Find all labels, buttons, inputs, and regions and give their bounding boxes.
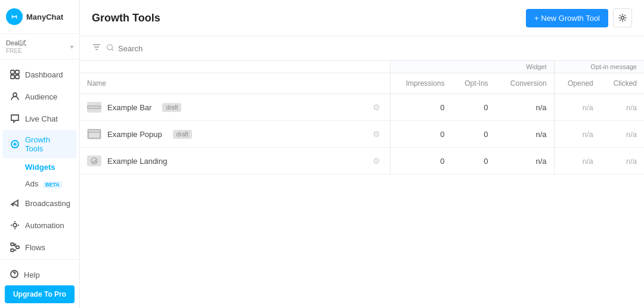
manychat-logo-icon [6, 8, 23, 25]
cell-opened-popup: n/a [554, 121, 600, 148]
live-chat-icon [10, 113, 20, 124]
svg-rect-9 [16, 246, 19, 248]
table-row: Example Landing ⚙ 0 0 n/a n/a n/a [80, 148, 644, 175]
row-settings-landing[interactable]: ⚙ [370, 154, 383, 168]
search-input-wrap [106, 43, 632, 54]
svg-rect-3 [11, 75, 14, 79]
page-title: Growth Tools [92, 12, 160, 24]
svg-point-0 [10, 12, 19, 21]
upgrade-to-pro-button[interactable]: Upgrade To Pro [5, 285, 75, 303]
svg-rect-4 [16, 75, 19, 79]
cell-opt-ins-bar: 0 [451, 94, 495, 121]
cell-opt-ins-landing: 0 [451, 148, 495, 175]
search-icon [106, 43, 114, 54]
cell-clicked-popup: n/a [600, 121, 644, 148]
sidebar: ManyChat Deal試 FREE ▾ Dashboard Audience [0, 0, 80, 308]
sidebar-item-help[interactable]: Help [5, 265, 75, 285]
sidebar-item-live-chat[interactable]: Live Chat [2, 108, 77, 129]
live-chat-label: Live Chat [25, 114, 58, 123]
growth-tools-label: Growth Tools [25, 135, 70, 153]
account-plan: FREE [6, 48, 26, 54]
col-header-opt-ins: Opt-Ins [451, 73, 495, 94]
help-label: Help [24, 270, 40, 279]
audience-label: Audience [25, 92, 57, 101]
col-header-impressions: Impressions [390, 73, 451, 94]
account-selector[interactable]: Deal試 FREE ▾ [0, 34, 79, 60]
svg-rect-8 [11, 243, 14, 245]
col-group-optin: Opt-in message [554, 61, 644, 73]
sidebar-item-ads[interactable]: Ads BETA [20, 176, 77, 192]
growth-tools-subnav: Widgets Ads BETA [0, 159, 79, 192]
help-icon [10, 269, 19, 281]
sidebar-item-automation[interactable]: Automation [2, 214, 77, 236]
sidebar-item-flows[interactable]: Flows [2, 237, 77, 258]
row-name-bar: Example Bar [107, 103, 151, 112]
flows-label: Flows [25, 243, 45, 252]
filter-icon[interactable] [92, 42, 101, 54]
dashboard-icon [10, 69, 20, 80]
row-name-popup: Example Popup [107, 130, 162, 139]
cell-name-bar: Example Bar draft ⚙ [80, 94, 390, 121]
col-name-empty [80, 61, 390, 73]
sidebar-item-broadcasting[interactable]: Broadcasting [2, 192, 77, 214]
page-settings-button[interactable] [613, 8, 632, 27]
main-content: Growth Tools + New Growth Tool [80, 0, 644, 308]
table-row: Example Bar draft ⚙ 0 0 n/a n/a n/a [80, 94, 644, 121]
main-header: Growth Tools + New Growth Tool [80, 0, 644, 36]
sidebar-item-dashboard[interactable]: Dashboard [2, 64, 77, 85]
col-header-name: Name [80, 73, 390, 94]
dashboard-label: Dashboard [25, 70, 63, 79]
cell-impressions-popup: 0 [390, 121, 451, 148]
broadcasting-icon [10, 198, 20, 209]
table-row: Example Popup draft ⚙ 0 0 n/a n/a n/a [80, 121, 644, 148]
cell-conversion-popup: n/a [496, 121, 554, 148]
draft-badge-popup: draft [173, 130, 192, 139]
draft-badge-bar: draft [162, 103, 181, 112]
svg-rect-2 [16, 70, 19, 74]
cell-name-landing: Example Landing ⚙ [80, 148, 390, 175]
bar-type-icon [87, 102, 101, 113]
row-settings-bar[interactable]: ⚙ [370, 100, 383, 114]
app-name: ManyChat [26, 13, 63, 21]
col-header-conversion: Conversion [496, 73, 554, 94]
cell-clicked-landing: n/a [600, 148, 644, 175]
sidebar-nav: Dashboard Audience Live Chat Growth Tool… [0, 60, 79, 259]
header-actions: + New Growth Tool [526, 8, 632, 27]
cell-conversion-landing: n/a [496, 148, 554, 175]
sidebar-logo[interactable]: ManyChat [0, 0, 79, 34]
new-growth-tool-button[interactable]: + New Growth Tool [526, 9, 608, 27]
col-group-widget: Widget [390, 61, 554, 73]
sidebar-item-audience[interactable]: Audience [2, 86, 77, 107]
row-settings-popup[interactable]: ⚙ [370, 127, 383, 141]
growth-tools-table: Widget Opt-in message Name Impressions O… [80, 61, 644, 308]
svg-rect-17 [88, 106, 101, 108]
ads-beta-badge: BETA [43, 181, 62, 188]
widgets-label: Widgets [25, 163, 55, 172]
sidebar-item-growth-tools[interactable]: Growth Tools [2, 130, 77, 158]
cell-opened-bar: n/a [554, 94, 600, 121]
ads-label: Ads [25, 179, 38, 188]
row-name-landing: Example Landing [107, 157, 167, 166]
audience-icon [10, 91, 20, 102]
broadcasting-label: Broadcasting [25, 199, 70, 208]
growth-tools-icon [10, 139, 20, 150]
automation-label: Automation [25, 221, 64, 230]
flows-icon [10, 242, 20, 253]
cell-opened-landing: n/a [554, 148, 600, 175]
svg-rect-1 [11, 70, 14, 74]
svg-point-7 [13, 223, 17, 227]
cell-clicked-bar: n/a [600, 94, 644, 121]
sidebar-bottom: Help Upgrade To Pro [0, 259, 79, 308]
cell-impressions-bar: 0 [390, 94, 451, 121]
sidebar-item-widgets[interactable]: Widgets [20, 159, 77, 175]
automation-icon [10, 220, 20, 231]
gear-icon [618, 13, 627, 23]
svg-rect-10 [11, 249, 14, 251]
col-header-opened: Opened [554, 73, 600, 94]
search-input[interactable] [118, 44, 632, 53]
landing-type-icon [87, 155, 101, 166]
popup-type-icon [87, 129, 101, 139]
cell-opt-ins-popup: 0 [451, 121, 495, 148]
svg-point-15 [621, 17, 624, 20]
col-header-clicked: Clicked [600, 73, 644, 94]
